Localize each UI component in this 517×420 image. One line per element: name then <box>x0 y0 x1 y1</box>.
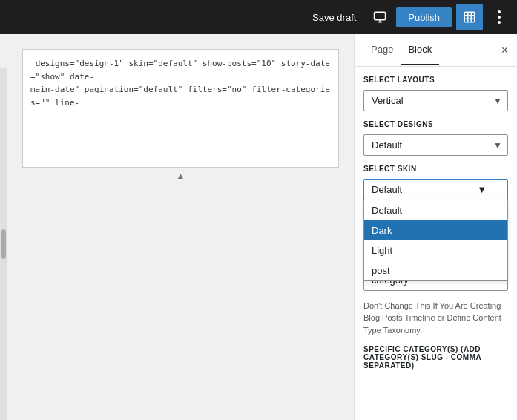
more-vertical-icon <box>498 10 501 24</box>
skin-dropdown-arrow: ▼ <box>477 184 487 195</box>
skin-dropdown-menu: Default Dark Light post <box>363 200 508 281</box>
main-area: designs="design-1" skin="default" show-p… <box>0 34 517 420</box>
skin-option-light[interactable]: Light <box>364 240 507 260</box>
designs-select-wrapper: Default Design 1 Design 2 ▼ <box>363 134 508 156</box>
skin-option-dark[interactable]: Dark <box>364 220 507 240</box>
sidebar-content: SELECT LAYOUTS Vertical Horizontal Grid … <box>355 67 517 381</box>
settings-button[interactable] <box>456 4 483 30</box>
taxonomy-info-text: Don't Change This If You Are Creating Bl… <box>363 300 508 337</box>
sidebar-header: Page Block × <box>355 34 517 67</box>
tab-page[interactable]: Page <box>363 35 401 65</box>
close-sidebar-button[interactable]: × <box>501 44 508 57</box>
designs-section: SELECT DESIGNS Default Design 1 Design 2… <box>363 120 508 156</box>
editor-canvas[interactable]: designs="design-1" skin="default" show-p… <box>22 49 339 168</box>
preview-button[interactable] <box>368 5 392 29</box>
settings-icon <box>463 10 476 24</box>
tab-block[interactable]: Block <box>401 35 439 65</box>
top-bar: Save draft Publish <box>0 0 517 34</box>
save-draft-button[interactable]: Save draft <box>305 7 363 27</box>
designs-select[interactable]: Default Design 1 Design 2 <box>363 134 508 156</box>
skin-dropdown-container: Default ▼ Default Dark Light post <box>363 179 508 200</box>
skin-option-post[interactable]: post <box>364 260 507 280</box>
sidebar: Page Block × SELECT LAYOUTS Vertical Hor… <box>354 34 517 420</box>
monitor-icon <box>373 10 386 24</box>
skin-label: SELECT SKIN <box>363 165 508 173</box>
layouts-select[interactable]: Vertical Horizontal Grid <box>363 90 508 111</box>
svg-rect-0 <box>375 12 386 20</box>
skin-section: SELECT SKIN Default ▼ Default Dark Light… <box>363 165 508 200</box>
skin-dropdown-trigger[interactable]: Default ▼ <box>363 179 508 200</box>
editor-area: designs="design-1" skin="default" show-p… <box>0 34 354 420</box>
publish-button[interactable]: Publish <box>396 7 452 27</box>
svg-rect-3 <box>464 12 475 22</box>
layouts-select-wrapper: Vertical Horizontal Grid ▼ <box>363 90 508 111</box>
designs-label: SELECT DESIGNS <box>363 120 508 128</box>
skin-selected-value: Default <box>372 184 402 195</box>
layouts-label: SELECT LAYOUTS <box>363 76 508 84</box>
scroll-handle: ▲ <box>22 168 339 184</box>
specific-category-label: SPECIFIC CATEGORY(S) (ADD CATEGORY(S) SL… <box>363 345 508 370</box>
more-options-button[interactable] <box>487 5 511 29</box>
svg-point-8 <box>498 10 501 13</box>
layouts-section: SELECT LAYOUTS Vertical Horizontal Grid … <box>363 76 508 111</box>
skin-option-default[interactable]: Default <box>364 200 507 220</box>
code-content: designs="design-1" skin="default" show-p… <box>30 57 331 109</box>
svg-point-9 <box>498 16 501 19</box>
svg-point-10 <box>498 21 501 24</box>
